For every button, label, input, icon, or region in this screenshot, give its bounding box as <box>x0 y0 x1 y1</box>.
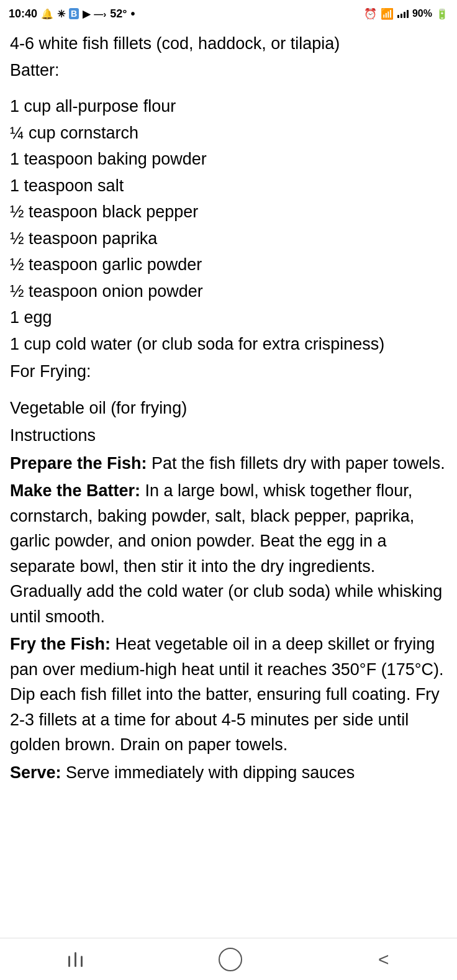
dot-indicator: • <box>130 7 135 21</box>
step-prepare-text: Pat the fish fillets dry with paper towe… <box>152 454 445 473</box>
instructions-header: Instructions <box>10 423 447 448</box>
step-prepare: Prepare the Fish: Pat the fish fillets d… <box>10 451 447 476</box>
ingredient-7: ½ teaspoon garlic powder <box>10 252 447 278</box>
status-right: ⏰ 📶 90% 🔋 <box>364 7 448 20</box>
battery-icon: 🔋 <box>436 8 448 20</box>
frying-item-1: Vegetable oil (for frying) <box>10 396 447 421</box>
bluetooth-icon: B <box>69 8 79 19</box>
step-batter: Make the Batter: In a large bowl, whisk … <box>10 478 447 629</box>
step-fry: Fry the Fish: Heat vegetable oil in a de… <box>10 632 447 758</box>
step-serve-text: Serve immediately with dipping sauces <box>66 763 355 782</box>
step-serve: Serve: Serve immediately with dipping sa… <box>10 760 447 786</box>
time-display: 10:40 <box>9 7 37 20</box>
for-frying-header: For Frying: <box>10 359 447 384</box>
arrow-icon: —› <box>94 9 106 19</box>
battery-percentage: 90% <box>412 8 432 19</box>
ingredient-4: 1 teaspoon salt <box>10 173 447 199</box>
ingredient-8: ½ teaspoon onion powder <box>10 279 447 304</box>
wifi-icon: 📶 <box>381 7 394 20</box>
ingredient-1: 1 cup all-purpose flour <box>10 94 447 119</box>
ingredient-2: ¼ cup cornstarch <box>10 120 447 146</box>
ingredient-3: 1 teaspoon baking powder <box>10 147 447 172</box>
step-fry-title: Fry the Fish: <box>10 635 115 653</box>
nav-bar: < <box>0 938 457 980</box>
intro-line: 4-6 white fish fillets (cod, haddock, or… <box>10 31 447 57</box>
ingredient-10: 1 cup cold water (or club soda for extra… <box>10 332 447 357</box>
main-content: 4-6 white fish fillets (cod, haddock, or… <box>0 26 457 850</box>
nav-recent-button[interactable]: < <box>378 949 389 970</box>
ingredient-6: ½ teaspoon paprika <box>10 226 447 252</box>
ingredient-5: ½ teaspoon black pepper <box>10 199 447 225</box>
step-batter-title: Make the Batter: <box>10 481 145 500</box>
nav-home-button[interactable] <box>219 948 242 971</box>
ingredient-9: 1 egg <box>10 305 447 330</box>
status-bar: 10:40 🔔 ✳ B ▶ —› 52° • ⏰ 📶 90% 🔋 <box>0 0 457 26</box>
asterisk-icon: ✳ <box>57 8 65 20</box>
step-prepare-title: Prepare the Fish: <box>10 454 152 473</box>
batter-header: Batter: <box>10 58 447 83</box>
status-left: 10:40 🔔 ✳ B ▶ —› 52° • <box>9 7 135 21</box>
alarm-icon: ⏰ <box>364 7 377 20</box>
ingredients-list: 1 cup all-purpose flour ¼ cup cornstarch… <box>10 94 447 356</box>
temperature-display: 52° <box>110 7 127 20</box>
signal-bars <box>397 9 409 18</box>
media-icon: ▶ <box>83 8 90 20</box>
notification-icon: 🔔 <box>41 8 53 20</box>
nav-back-button[interactable] <box>68 952 83 967</box>
step-batter-text: In a large bowl, whisk together flour, c… <box>10 481 442 626</box>
step-serve-title: Serve: <box>10 763 66 782</box>
